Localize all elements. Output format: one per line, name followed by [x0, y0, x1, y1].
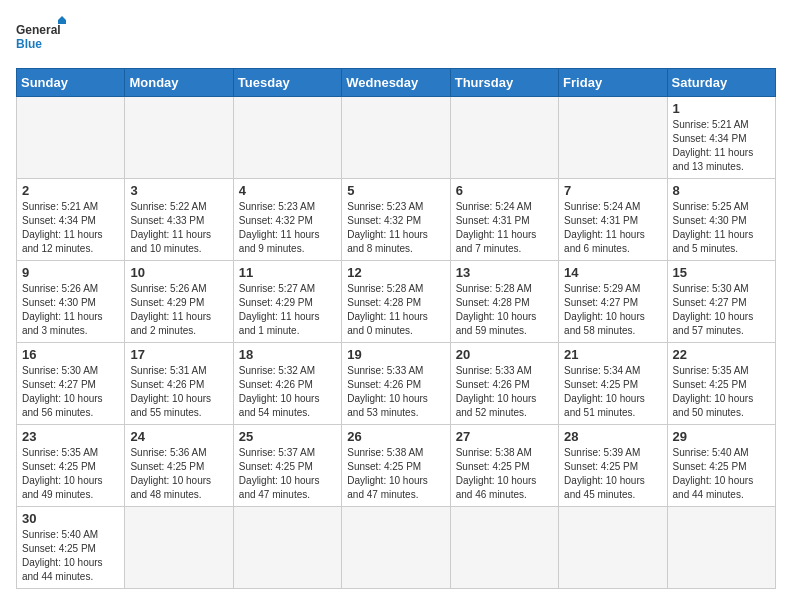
day-number: 6	[456, 183, 553, 198]
calendar-cell: 23Sunrise: 5:35 AM Sunset: 4:25 PM Dayli…	[17, 425, 125, 507]
day-number: 1	[673, 101, 770, 116]
calendar-cell	[559, 507, 667, 589]
weekday-header-tuesday: Tuesday	[233, 69, 341, 97]
day-number: 5	[347, 183, 444, 198]
weekday-header-row: SundayMondayTuesdayWednesdayThursdayFrid…	[17, 69, 776, 97]
day-number: 19	[347, 347, 444, 362]
day-number: 10	[130, 265, 227, 280]
calendar-cell	[125, 507, 233, 589]
weekday-header-saturday: Saturday	[667, 69, 775, 97]
day-info: Sunrise: 5:28 AM Sunset: 4:28 PM Dayligh…	[347, 282, 444, 338]
calendar-week-row: 2Sunrise: 5:21 AM Sunset: 4:34 PM Daylig…	[17, 179, 776, 261]
calendar-cell: 16Sunrise: 5:30 AM Sunset: 4:27 PM Dayli…	[17, 343, 125, 425]
day-number: 17	[130, 347, 227, 362]
day-info: Sunrise: 5:31 AM Sunset: 4:26 PM Dayligh…	[130, 364, 227, 420]
calendar-cell: 1Sunrise: 5:21 AM Sunset: 4:34 PM Daylig…	[667, 97, 775, 179]
calendar-cell	[559, 97, 667, 179]
day-info: Sunrise: 5:39 AM Sunset: 4:25 PM Dayligh…	[564, 446, 661, 502]
day-number: 23	[22, 429, 119, 444]
calendar-cell: 6Sunrise: 5:24 AM Sunset: 4:31 PM Daylig…	[450, 179, 558, 261]
day-info: Sunrise: 5:35 AM Sunset: 4:25 PM Dayligh…	[673, 364, 770, 420]
calendar-cell	[667, 507, 775, 589]
calendar-cell	[342, 507, 450, 589]
calendar-cell: 26Sunrise: 5:38 AM Sunset: 4:25 PM Dayli…	[342, 425, 450, 507]
day-number: 20	[456, 347, 553, 362]
day-info: Sunrise: 5:36 AM Sunset: 4:25 PM Dayligh…	[130, 446, 227, 502]
day-info: Sunrise: 5:35 AM Sunset: 4:25 PM Dayligh…	[22, 446, 119, 502]
logo: General Blue	[16, 16, 66, 60]
calendar-cell: 10Sunrise: 5:26 AM Sunset: 4:29 PM Dayli…	[125, 261, 233, 343]
weekday-header-sunday: Sunday	[17, 69, 125, 97]
calendar-cell: 24Sunrise: 5:36 AM Sunset: 4:25 PM Dayli…	[125, 425, 233, 507]
calendar-cell	[125, 97, 233, 179]
day-number: 12	[347, 265, 444, 280]
calendar-cell	[342, 97, 450, 179]
calendar-cell: 30Sunrise: 5:40 AM Sunset: 4:25 PM Dayli…	[17, 507, 125, 589]
calendar-cell: 28Sunrise: 5:39 AM Sunset: 4:25 PM Dayli…	[559, 425, 667, 507]
calendar-cell: 11Sunrise: 5:27 AM Sunset: 4:29 PM Dayli…	[233, 261, 341, 343]
day-number: 28	[564, 429, 661, 444]
calendar-cell: 22Sunrise: 5:35 AM Sunset: 4:25 PM Dayli…	[667, 343, 775, 425]
calendar-week-row: 16Sunrise: 5:30 AM Sunset: 4:27 PM Dayli…	[17, 343, 776, 425]
day-info: Sunrise: 5:33 AM Sunset: 4:26 PM Dayligh…	[456, 364, 553, 420]
day-info: Sunrise: 5:30 AM Sunset: 4:27 PM Dayligh…	[22, 364, 119, 420]
day-info: Sunrise: 5:21 AM Sunset: 4:34 PM Dayligh…	[673, 118, 770, 174]
day-number: 7	[564, 183, 661, 198]
day-info: Sunrise: 5:40 AM Sunset: 4:25 PM Dayligh…	[22, 528, 119, 584]
calendar-cell: 5Sunrise: 5:23 AM Sunset: 4:32 PM Daylig…	[342, 179, 450, 261]
calendar-cell: 7Sunrise: 5:24 AM Sunset: 4:31 PM Daylig…	[559, 179, 667, 261]
day-info: Sunrise: 5:26 AM Sunset: 4:30 PM Dayligh…	[22, 282, 119, 338]
calendar-cell: 2Sunrise: 5:21 AM Sunset: 4:34 PM Daylig…	[17, 179, 125, 261]
day-number: 9	[22, 265, 119, 280]
day-number: 13	[456, 265, 553, 280]
day-number: 25	[239, 429, 336, 444]
calendar-cell	[450, 507, 558, 589]
day-info: Sunrise: 5:26 AM Sunset: 4:29 PM Dayligh…	[130, 282, 227, 338]
day-info: Sunrise: 5:23 AM Sunset: 4:32 PM Dayligh…	[239, 200, 336, 256]
svg-marker-2	[58, 16, 66, 20]
day-info: Sunrise: 5:32 AM Sunset: 4:26 PM Dayligh…	[239, 364, 336, 420]
day-number: 14	[564, 265, 661, 280]
svg-text:General: General	[16, 23, 61, 37]
day-info: Sunrise: 5:38 AM Sunset: 4:25 PM Dayligh…	[347, 446, 444, 502]
day-number: 3	[130, 183, 227, 198]
day-info: Sunrise: 5:29 AM Sunset: 4:27 PM Dayligh…	[564, 282, 661, 338]
day-number: 11	[239, 265, 336, 280]
calendar-table: SundayMondayTuesdayWednesdayThursdayFrid…	[16, 68, 776, 589]
day-number: 22	[673, 347, 770, 362]
day-info: Sunrise: 5:30 AM Sunset: 4:27 PM Dayligh…	[673, 282, 770, 338]
calendar-cell: 21Sunrise: 5:34 AM Sunset: 4:25 PM Dayli…	[559, 343, 667, 425]
weekday-header-friday: Friday	[559, 69, 667, 97]
day-number: 21	[564, 347, 661, 362]
day-number: 16	[22, 347, 119, 362]
calendar-week-row: 30Sunrise: 5:40 AM Sunset: 4:25 PM Dayli…	[17, 507, 776, 589]
day-number: 29	[673, 429, 770, 444]
calendar-cell: 9Sunrise: 5:26 AM Sunset: 4:30 PM Daylig…	[17, 261, 125, 343]
day-number: 27	[456, 429, 553, 444]
day-info: Sunrise: 5:34 AM Sunset: 4:25 PM Dayligh…	[564, 364, 661, 420]
calendar-cell: 12Sunrise: 5:28 AM Sunset: 4:28 PM Dayli…	[342, 261, 450, 343]
calendar-cell: 25Sunrise: 5:37 AM Sunset: 4:25 PM Dayli…	[233, 425, 341, 507]
calendar-cell: 8Sunrise: 5:25 AM Sunset: 4:30 PM Daylig…	[667, 179, 775, 261]
calendar-cell: 13Sunrise: 5:28 AM Sunset: 4:28 PM Dayli…	[450, 261, 558, 343]
calendar-cell	[450, 97, 558, 179]
weekday-header-monday: Monday	[125, 69, 233, 97]
calendar-cell	[233, 507, 341, 589]
day-info: Sunrise: 5:28 AM Sunset: 4:28 PM Dayligh…	[456, 282, 553, 338]
logo-svg: General Blue	[16, 16, 66, 60]
weekday-header-wednesday: Wednesday	[342, 69, 450, 97]
calendar-cell: 14Sunrise: 5:29 AM Sunset: 4:27 PM Dayli…	[559, 261, 667, 343]
day-info: Sunrise: 5:27 AM Sunset: 4:29 PM Dayligh…	[239, 282, 336, 338]
day-info: Sunrise: 5:40 AM Sunset: 4:25 PM Dayligh…	[673, 446, 770, 502]
day-info: Sunrise: 5:38 AM Sunset: 4:25 PM Dayligh…	[456, 446, 553, 502]
day-info: Sunrise: 5:25 AM Sunset: 4:30 PM Dayligh…	[673, 200, 770, 256]
calendar-week-row: 23Sunrise: 5:35 AM Sunset: 4:25 PM Dayli…	[17, 425, 776, 507]
calendar-cell: 17Sunrise: 5:31 AM Sunset: 4:26 PM Dayli…	[125, 343, 233, 425]
calendar-cell: 29Sunrise: 5:40 AM Sunset: 4:25 PM Dayli…	[667, 425, 775, 507]
day-number: 8	[673, 183, 770, 198]
calendar-week-row: 9Sunrise: 5:26 AM Sunset: 4:30 PM Daylig…	[17, 261, 776, 343]
day-number: 2	[22, 183, 119, 198]
calendar-cell: 3Sunrise: 5:22 AM Sunset: 4:33 PM Daylig…	[125, 179, 233, 261]
day-number: 24	[130, 429, 227, 444]
day-info: Sunrise: 5:33 AM Sunset: 4:26 PM Dayligh…	[347, 364, 444, 420]
